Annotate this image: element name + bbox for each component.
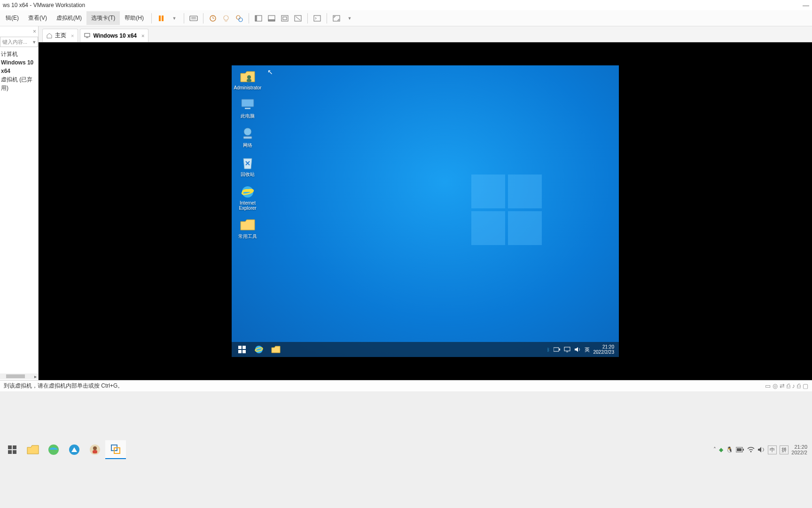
tree-item-deprecated[interactable]: 虚拟机 (已弃用) (1, 75, 38, 92)
free-stretch-button[interactable] (291, 12, 304, 25)
fullscreen-dropdown[interactable]: ▼ (343, 12, 356, 25)
desktop-icon-recycle[interactable]: 回收站 (234, 155, 261, 178)
windows-logo (471, 175, 542, 245)
fit-guest-button[interactable] (278, 12, 291, 25)
network-tray-icon[interactable] (564, 347, 570, 352)
volume-icon[interactable] (574, 347, 581, 352)
desktop-icon-ie[interactable]: Internet Explorer (234, 184, 261, 211)
tab-label: 主页 (55, 32, 66, 40)
guest-taskbar: ᛒ 英 21:20 2022/2/23 (232, 342, 619, 357)
battery-icon[interactable] (736, 447, 744, 452)
sidebar-hscroll[interactable]: ▸ (0, 373, 38, 379)
bluetooth-icon[interactable]: ᛒ (547, 347, 550, 352)
ime-indicator[interactable]: 英 (585, 346, 590, 353)
usb-icon[interactable]: ⎙ (787, 382, 790, 389)
network-icon (241, 127, 255, 140)
fullscreen-button[interactable] (330, 12, 343, 25)
console-icon (313, 15, 321, 22)
send-cad-icon (189, 15, 198, 22)
separator (307, 13, 308, 24)
host-start-button[interactable] (2, 440, 23, 459)
sidebar-filter[interactable]: 键入内容... ▾ (0, 37, 38, 47)
windows-start-icon (238, 346, 246, 353)
ime-lang[interactable]: 中 (768, 445, 777, 454)
folder-icon (240, 219, 256, 231)
menu-view[interactable]: 查看(V) (23, 11, 52, 25)
guest-desktop[interactable]: ↖ Administrator 此电脑 网络 回收站 Internet Expl… (232, 65, 619, 357)
menu-vm[interactable]: 虚拟机(M) (52, 11, 86, 25)
network-icon[interactable]: ⇄ (780, 382, 785, 389)
desktop-icon-tools[interactable]: 常用工具 (234, 217, 261, 240)
power-dropdown[interactable]: ▼ (168, 12, 181, 25)
library-sidebar: × 键入内容... ▾ 计算机 Windows 10 x64 虚拟机 (已弃用)… (0, 26, 39, 380)
volume-icon[interactable] (757, 446, 765, 453)
svg-rect-2 (190, 16, 197, 21)
cd-icon[interactable]: ◎ (773, 382, 778, 389)
svg-point-8 (224, 16, 228, 20)
ime-mode[interactable]: 拼 (780, 445, 789, 454)
snapshot-button[interactable] (206, 12, 219, 25)
show-sidebar-button[interactable] (252, 12, 265, 25)
chevron-down-icon: ▼ (348, 16, 352, 21)
svg-rect-37 (554, 348, 559, 351)
tree-root[interactable]: 计算机 (1, 50, 38, 58)
svg-line-18 (296, 16, 300, 20)
menu-tabs[interactable]: 选项卡(T) (86, 11, 120, 25)
svg-rect-15 (281, 16, 288, 21)
device-icons[interactable]: ▭ ◎ ⇄ ⎙ ♪ ⎙ ▢ (765, 382, 809, 389)
svg-rect-41 (8, 445, 12, 449)
desktop-icon-admin[interactable]: Administrator (234, 69, 261, 90)
tree-item-vm[interactable]: Windows 10 x64 (1, 58, 38, 75)
library-tree[interactable]: 计算机 Windows 10 x64 虚拟机 (已弃用) (0, 50, 38, 92)
battery-icon[interactable] (554, 347, 560, 352)
menu-help[interactable]: 帮助(H) (120, 11, 148, 25)
taskbar-explorer[interactable] (267, 342, 284, 357)
tab-close-button[interactable]: × (71, 33, 74, 39)
svg-point-27 (244, 128, 251, 135)
host-vmware[interactable] (105, 440, 126, 459)
tray-shield-icon[interactable]: ◆ (719, 446, 723, 453)
send-cad-button[interactable] (187, 12, 200, 25)
tray-chevron-icon[interactable]: ˄ (713, 446, 716, 453)
snapshot-manager-button[interactable] (233, 12, 246, 25)
host-edge[interactable] (43, 440, 64, 459)
vm-viewport[interactable]: ↖ Administrator 此电脑 网络 回收站 Internet Expl… (39, 42, 812, 380)
host-clock[interactable]: 21:20 2022/2 (791, 444, 807, 455)
console-button[interactable] (311, 12, 324, 25)
tab-close-button[interactable]: × (141, 33, 144, 39)
sidebar-close-button[interactable]: × (33, 28, 36, 35)
taskbar-clock[interactable]: 21:20 2022/2/23 (593, 344, 615, 355)
scrollbar-thumb[interactable] (6, 374, 25, 378)
host-app-mm[interactable] (64, 440, 85, 459)
sound-icon[interactable]: ♪ (792, 382, 796, 389)
display-icon[interactable]: ▢ (803, 382, 808, 389)
vmware-statusbar: 到该虚拟机，请在虚拟机内部单击或按 Ctrl+G。 ▭ ◎ ⇄ ⎙ ♪ ⎙ ▢ (0, 380, 812, 391)
tray-qq-icon[interactable]: 🐧 (726, 446, 733, 453)
svg-rect-32 (242, 346, 246, 349)
app-icon (89, 444, 101, 456)
host-taskbar: ˄ ◆ 🐧 中 拼 21:20 2022/2 (0, 391, 812, 508)
taskbar-ie[interactable] (250, 342, 267, 357)
tab-vm[interactable]: Windows 10 x64 × (80, 29, 148, 42)
layout-left-icon (255, 15, 262, 22)
edge-icon (47, 444, 60, 456)
hdd-icon[interactable]: ▭ (765, 382, 771, 389)
svg-rect-21 (85, 33, 90, 37)
start-button[interactable] (234, 342, 250, 357)
desktop-icon-thispc[interactable]: 此电脑 (234, 97, 261, 119)
host-app-2[interactable] (85, 440, 105, 459)
revert-snapshot-button[interactable] (219, 12, 233, 25)
computer-icon (240, 98, 255, 111)
pause-button[interactable] (155, 12, 168, 25)
desktop-icon-network[interactable]: 网络 (234, 126, 261, 149)
host-explorer[interactable] (23, 440, 43, 459)
clock-date: 2022/2 (791, 450, 807, 455)
scroll-right-button[interactable]: ▸ (32, 374, 38, 379)
printer-icon[interactable]: ⎙ (797, 382, 801, 389)
show-thumbbar-button[interactable] (265, 12, 278, 25)
wifi-icon[interactable] (747, 447, 755, 452)
separator (249, 13, 249, 24)
menu-edit[interactable]: 辑(E) (1, 11, 23, 25)
tab-home[interactable]: 主页 × (42, 29, 78, 42)
minimize-button[interactable]: — (803, 1, 809, 9)
